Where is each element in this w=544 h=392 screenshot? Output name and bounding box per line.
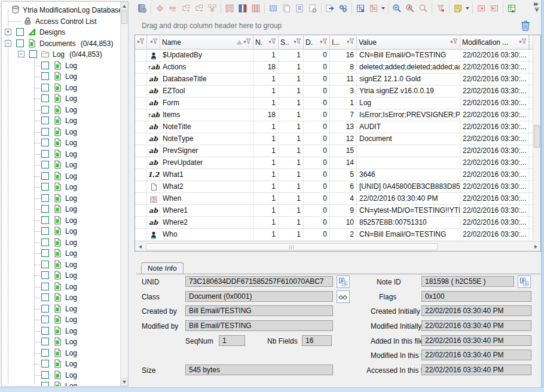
tree-checkbox[interactable] [41,94,49,102]
cell-modification[interactable]: 22/02/2016 03:30:... [460,62,529,73]
tree-checkbox[interactable] [41,349,49,357]
freeze-columns-button[interactable] [223,2,236,15]
cell-value[interactable]: CN=ytest-MD/O=TESTING!!YTRIA\signEZ-1... [357,205,460,216]
tree-checkbox[interactable] [41,106,49,114]
cell-value[interactable]: CN=Bill Email/O=TESTING [357,50,460,61]
grid-horizontal-scrollbar[interactable] [135,241,540,251]
tree-item-log[interactable]: Log [2,281,120,292]
tree-scroll-thumb[interactable] [121,11,127,24]
filter-icon[interactable] [150,38,158,47]
flag-report-button[interactable] [354,2,367,15]
copy-cells-button[interactable] [280,2,293,15]
tree-item-log[interactable]: Log [2,115,120,126]
tree-checkbox[interactable] [41,172,49,180]
cell-sel[interactable] [135,74,147,85]
cell-name[interactable]: $UpdatedBy [160,50,253,61]
grid-row-form[interactable]: abForm1101Log22/02/2016 03:30:... [135,97,533,109]
expand-grid-panel-button[interactable] [475,2,488,15]
grid-hscroll-thumb[interactable] [146,243,438,250]
cell-sel[interactable] [135,217,147,228]
toolbar-overflow[interactable] [533,1,541,16]
cell-name[interactable]: When [160,193,253,204]
grid-row-actions[interactable]: ↑abActions18108deleted;added;deleted;add… [135,62,533,74]
cell-n[interactable]: 1 [253,121,279,133]
column-header-modification[interactable]: Modification ... [460,35,529,49]
copy-table-button[interactable] [293,2,306,15]
cell-icon[interactable]: ↑ab [147,109,160,121]
modified-in-file-field[interactable]: 22/02/2016 03:30:40 PM [421,350,531,360]
cell-icon[interactable]: ab [147,133,160,145]
column-header-n[interactable]: N. [253,35,279,49]
filter-icon[interactable] [320,38,328,47]
tree-checkbox[interactable] [16,28,24,36]
cell-i[interactable]: 2 [330,229,357,240]
filter-icon[interactable] [519,38,527,47]
cell-icon[interactable]: ab [147,145,160,157]
cell-icon[interactable]: ab [147,97,160,109]
cell-d[interactable]: 0 [304,97,330,109]
tree-item-log[interactable]: Log [2,105,120,115]
cell-n[interactable]: 1 [253,205,279,216]
cell-s[interactable]: 1 [279,205,304,216]
tree-item-log[interactable]: Log [2,359,120,369]
tree-checkbox[interactable] [41,360,49,368]
cell-d[interactable]: 0 [304,181,330,192]
cell-value[interactable]: deleted;added;deleted;added;added;update… [357,62,460,73]
grid-row-prevupdater[interactable]: abPrevUpdater1101422/02/2016 03:30:... [135,157,533,169]
tree-checkbox[interactable] [41,72,49,80]
cell-s[interactable]: 1 [279,121,304,133]
tree-checkbox[interactable] [41,305,49,313]
cell-n[interactable]: 1 [253,74,279,85]
created-by-field[interactable]: Bill Email/TESTING [185,305,333,316]
cell-s[interactable]: 1 [279,97,304,109]
scroll-down-button[interactable] [121,378,128,386]
grid-row-notetitle[interactable]: abNoteTitle11013AUDIT22/02/2016 03:30:..… [135,121,533,133]
tree-checkbox[interactable] [41,128,49,136]
cell-icon[interactable] [147,181,160,192]
zoom-in-button[interactable] [390,2,404,15]
cell-i[interactable]: 8 [330,62,357,73]
automation-button[interactable] [337,2,350,15]
cell-value[interactable]: Log [357,97,460,109]
cell-s[interactable]: 1 [279,229,304,240]
tree-item-documents[interactable]: −Documents(0/44,853) [2,38,120,49]
tree-item-log[interactable]: Log [2,127,120,137]
unid-convert-button[interactable]: A A [337,275,350,288]
cell-sel[interactable] [135,229,147,240]
cell-name[interactable]: Where1 [160,205,253,216]
cell-i[interactable]: 6 [330,181,357,192]
remove-note-button[interactable] [166,2,179,15]
filter-icon[interactable] [347,38,354,47]
cell-name[interactable]: DatabaseTitle [160,74,253,85]
values-report-dropdown-button[interactable] [380,2,386,15]
cell-sel[interactable] [135,62,147,73]
collapse-grid-panel-button[interactable] [488,2,501,15]
tree-item-log[interactable]: Log [2,149,120,160]
manage-columns-button[interactable] [236,2,249,15]
tree-item-log[interactable]: Log [2,226,120,237]
cell-icon[interactable]: ↑ab [147,62,160,73]
grid-vertical-scrollbar[interactable] [533,35,540,241]
tree-checkbox[interactable] [41,338,49,345]
tree-item-log[interactable]: Log [2,215,120,226]
cell-sel[interactable] [135,205,147,216]
tree-checkbox[interactable] [41,283,49,290]
grid-row-what1[interactable]: 1.2What11105364622/02/2016 03:30:... [135,169,533,181]
tree-checkbox[interactable] [29,50,37,58]
tree-item-log[interactable]: Log [2,204,120,215]
tree-item-log[interactable]: Log [2,381,120,386]
tree-scrollbar[interactable] [120,2,128,386]
class-inspect-button[interactable] [337,290,350,303]
tree-checkbox[interactable] [41,194,49,202]
cell-modification[interactable]: 22/02/2016 03:30:... [460,193,529,204]
tree-checkbox[interactable] [41,84,49,91]
cell-s[interactable]: 1 [279,145,304,157]
cell-i[interactable]: 1 [330,97,357,109]
cell-i[interactable]: 15 [330,145,357,157]
tree-checkbox[interactable] [41,117,49,124]
cell-s[interactable]: 1 [279,181,304,192]
cell-modification[interactable]: 22/02/2016 03:30:... [460,121,529,133]
cell-icon[interactable]: 1.2 [147,169,160,180]
grid-row-databasetitle[interactable]: abDatabaseTitle11011signEZ 12.1.0 Gold22… [135,74,533,85]
tree-item-log[interactable]: Log [2,60,120,71]
